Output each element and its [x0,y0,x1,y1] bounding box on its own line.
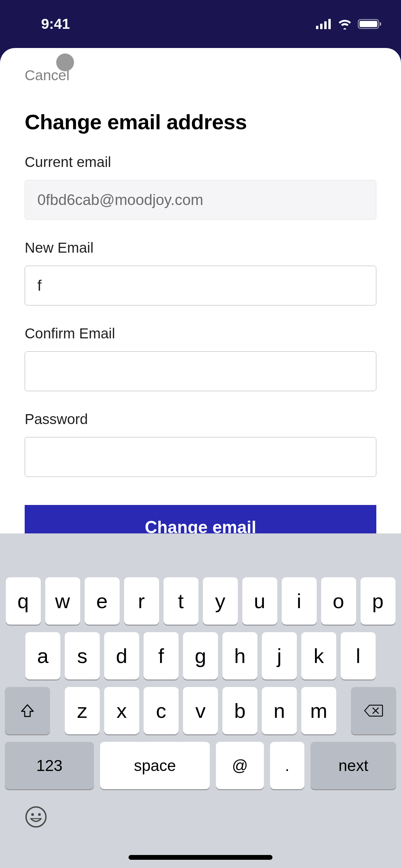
emoji-icon[interactable] [25,806,47,828]
key-at[interactable]: @ [216,742,264,789]
input-new-email[interactable] [25,266,376,305]
key-p[interactable]: p [361,577,396,625]
page-title: Change email address [25,110,376,134]
field-new-email: New Email [25,240,376,305]
key-w[interactable]: w [45,577,80,625]
field-password: Password [25,411,376,477]
key-b[interactable]: b [222,687,257,734]
key-y[interactable]: y [203,577,238,625]
battery-icon [358,19,382,29]
key-s[interactable]: s [65,632,100,679]
key-h[interactable]: h [222,632,257,679]
svg-rect-5 [360,21,377,27]
wifi-icon [337,19,352,29]
label-confirm-email: Confirm Email [25,325,376,342]
status-time: 9:41 [41,16,70,32]
key-m[interactable]: m [301,687,336,734]
backspace-icon [364,704,383,718]
cancel-button[interactable]: Cancel [25,67,70,84]
svg-rect-2 [324,21,327,29]
field-current-email: Current email [25,154,376,220]
key-g[interactable]: g [183,632,218,679]
shift-icon [20,703,35,719]
key-t[interactable]: t [163,577,198,625]
keyboard-row-3: z x c v b n m [0,687,401,734]
key-e[interactable]: e [85,577,120,625]
keyboard-row-1: q w e r t y u i o p [0,577,401,625]
input-current-email [25,180,376,220]
key-shift[interactable] [5,687,50,734]
key-a[interactable]: a [25,632,60,679]
svg-rect-6 [380,22,381,26]
key-l[interactable]: l [341,632,376,679]
label-password: Password [25,411,376,427]
svg-point-7 [26,807,46,827]
svg-point-8 [31,813,34,816]
svg-point-9 [38,813,41,816]
key-i[interactable]: i [282,577,317,625]
key-r[interactable]: r [124,577,159,625]
key-next[interactable]: next [311,742,396,789]
input-password[interactable] [25,437,376,477]
key-k[interactable]: k [301,632,336,679]
key-space[interactable]: space [100,742,210,789]
key-v[interactable]: v [183,687,218,734]
key-j[interactable]: j [262,632,297,679]
keyboard-row-2: a s d f g h j k l [0,632,401,679]
input-confirm-email[interactable] [25,351,376,391]
key-dot[interactable]: . [270,742,304,789]
key-o[interactable]: o [321,577,356,625]
cellular-signal-icon [316,19,332,29]
field-confirm-email: Confirm Email [25,325,376,391]
key-q[interactable]: q [6,577,41,625]
key-u[interactable]: u [242,577,277,625]
status-icons [316,19,382,29]
keyboard-bottom-row [0,806,401,828]
label-current-email: Current email [25,154,376,170]
key-z[interactable]: z [65,687,100,734]
keyboard: q w e r t y u i o p a s d f g h j k l z … [0,533,401,868]
svg-rect-0 [316,26,318,29]
status-bar: 9:41 [0,0,401,48]
svg-rect-3 [328,19,331,29]
label-new-email: New Email [25,240,376,256]
key-numbers[interactable]: 123 [5,742,94,789]
key-d[interactable]: d [104,632,139,679]
key-n[interactable]: n [262,687,297,734]
key-x[interactable]: x [104,687,139,734]
home-indicator[interactable] [129,855,272,860]
keyboard-row-4: 123 space @ . next [0,742,401,789]
key-c[interactable]: c [144,687,179,734]
svg-rect-1 [320,24,323,29]
touch-indicator-icon [56,53,74,71]
key-f[interactable]: f [144,632,179,679]
key-backspace[interactable] [351,687,396,734]
